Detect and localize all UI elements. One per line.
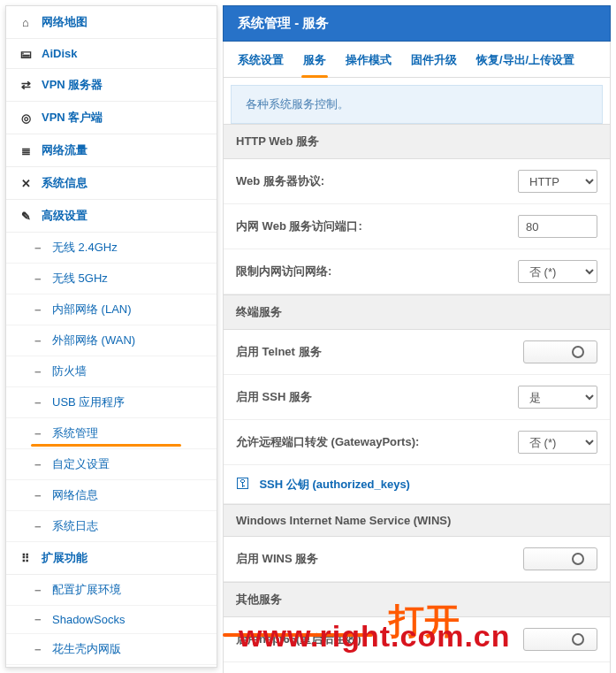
nav-label: VPN 服务器	[42, 77, 103, 93]
subnav-label: 配置扩展环境	[52, 582, 121, 598]
tab-system-settings[interactable]: 系统设置	[238, 52, 284, 77]
home-icon: ⌂	[19, 16, 33, 29]
subnav-lan[interactable]: −内部网络 (LAN)	[6, 294, 217, 325]
subnav-wan[interactable]: −外部网络 (WAN)	[6, 325, 217, 356]
grid-icon: ⠿	[19, 552, 33, 565]
nav-traffic[interactable]: ≣ 网络流量	[6, 134, 217, 167]
nav-advanced[interactable]: ✎ 高级设置	[6, 200, 217, 233]
field-label: 启用napt66(重启后生效)	[236, 631, 523, 647]
link-ssh-keys[interactable]: SSH 公钥 (authorized_keys)	[259, 478, 410, 491]
toggle-napt66[interactable]	[523, 628, 597, 651]
minus-icon: −	[34, 396, 43, 409]
field-label: Web 服务器协议:	[236, 173, 518, 189]
wrench-icon: ✎	[19, 210, 33, 223]
subnav-label: 无线 5GHz	[52, 271, 108, 287]
subnav-label: ShadowSocks	[52, 613, 125, 626]
swap-icon: ⇄	[19, 79, 33, 92]
section-http-head: HTTP Web 服务	[224, 124, 610, 159]
row-wins: 启用 WINS 服务	[224, 537, 610, 582]
select-web-protocol[interactable]: HTTP	[518, 170, 597, 193]
toggle-wins[interactable]	[523, 547, 597, 570]
minus-icon: −	[34, 365, 43, 379]
content-area: 各种系统服务控制。 HTTP Web 服务 Web 服务器协议: HTTP 内网…	[223, 78, 611, 673]
minus-icon: −	[34, 584, 43, 597]
subnav-label: 防火墙	[52, 363, 87, 379]
nav-label: VPN 客户端	[42, 110, 103, 126]
subnav-custom[interactable]: −自定义设置	[6, 449, 217, 480]
select-restrict-lan[interactable]: 否 (*)	[518, 260, 597, 283]
subnav-oray[interactable]: −花生壳内网版	[6, 634, 217, 665]
row-ssh: 启用 SSH 服务 是	[224, 375, 610, 420]
subnav-label: 系统日志	[52, 518, 98, 534]
subnav-sysmanage[interactable]: −系统管理	[6, 418, 217, 449]
page-title: 系统管理 - 服务	[223, 5, 611, 42]
nav-vpn-client[interactable]: ◎ VPN 客户端	[6, 102, 217, 134]
row-web-port: 内网 Web 服务访问端口:	[224, 204, 610, 249]
field-label: 限制内网访问网络:	[236, 264, 518, 279]
disk-icon: 🖴	[19, 47, 33, 60]
tab-firmware[interactable]: 固件升级	[411, 52, 457, 77]
tab-services[interactable]: 服务	[303, 52, 326, 77]
row-napt66: 启用napt66(重启后生效)	[224, 617, 610, 662]
field-label: 启用 WINS 服务	[236, 551, 523, 567]
select-gatewayports[interactable]: 否 (*)	[518, 431, 597, 454]
toggle-knob-icon	[572, 633, 584, 646]
nav-network-map[interactable]: ⌂ 网络地图	[6, 6, 217, 39]
toggle-knob-icon	[572, 346, 584, 358]
minus-icon: −	[34, 241, 43, 255]
main-panel: 系统管理 - 服务 系统设置 服务 操作模式 固件升级 恢复/导出/上传设置 各…	[223, 5, 611, 668]
shuffle-icon: ✕	[19, 177, 33, 190]
minus-icon: −	[34, 613, 43, 626]
minus-icon: −	[34, 458, 43, 471]
select-ssh[interactable]: 是	[518, 386, 597, 409]
nav-aidisk[interactable]: 🖴 AiDisk	[6, 39, 217, 69]
subnav-usb[interactable]: −USB 应用程序	[6, 387, 217, 418]
tab-op-mode[interactable]: 操作模式	[346, 52, 392, 77]
row-ssh-keys: ⚿ SSH 公钥 (authorized_keys)	[224, 465, 610, 504]
minus-icon: −	[34, 427, 43, 440]
row-telnet: 启用 Telnet 服务	[224, 330, 610, 375]
row-gatewayports: 允许远程端口转发 (GatewayPorts): 否 (*)	[224, 420, 610, 465]
minus-icon: −	[34, 520, 43, 533]
subnav-ext-env[interactable]: −配置扩展环境	[6, 575, 217, 606]
nav-vpn-server[interactable]: ⇄ VPN 服务器	[6, 69, 217, 102]
nav-label: 网络流量	[42, 142, 87, 158]
subnav-label: USB 应用程序	[52, 394, 125, 410]
subnav-label: 无线 2.4GHz	[52, 240, 118, 256]
subnav-netinfo[interactable]: −网络信息	[6, 480, 217, 511]
subnav-label: 系统管理	[52, 425, 98, 441]
subnav-label: 外部网络 (WAN)	[52, 333, 135, 348]
subnav-syslog[interactable]: −系统日志	[6, 511, 217, 542]
toggle-telnet[interactable]	[523, 340, 597, 363]
key-icon: ⚿	[236, 476, 250, 491]
subnav-wifi24[interactable]: −无线 2.4GHz	[6, 233, 217, 264]
subnav-wifi5[interactable]: −无线 5GHz	[6, 264, 217, 294]
subnav-label: 自定义设置	[52, 456, 110, 472]
input-web-port[interactable]	[518, 215, 597, 238]
subnav-label: 网络信息	[52, 487, 98, 503]
section-wins-head: Windows Internet Name Service (WINS)	[224, 504, 610, 537]
field-label: 启用 SSH 服务	[236, 389, 518, 405]
sidebar: ⌂ 网络地图 🖴 AiDisk ⇄ VPN 服务器 ◎ VPN 客户端 ≣ 网络…	[5, 5, 217, 668]
subnav-shadowsocks[interactable]: −ShadowSocks	[6, 606, 217, 634]
tab-backup[interactable]: 恢复/导出/上传设置	[476, 52, 574, 77]
section-terminal-head: 终端服务	[224, 294, 610, 330]
section-other-head: 其他服务	[224, 582, 610, 617]
row-web-protocol: Web 服务器协议: HTTP	[224, 159, 610, 204]
minus-icon: −	[34, 303, 43, 317]
info-banner: 各种系统服务控制。	[231, 85, 603, 124]
minus-icon: −	[34, 643, 43, 656]
bars-icon: ≣	[19, 144, 33, 157]
toggle-knob-icon	[572, 553, 584, 565]
field-label: 内网 Web 服务访问端口:	[236, 218, 518, 234]
field-label: 启用 Telnet 服务	[236, 344, 523, 360]
minus-icon: −	[34, 489, 43, 502]
nav-extensions[interactable]: ⠿ 扩展功能	[6, 542, 217, 575]
subnav-firewall[interactable]: −防火墙	[6, 356, 217, 387]
subnav-adblock[interactable]: −广告屏蔽功能	[6, 665, 217, 668]
nav-label: 高级设置	[42, 208, 87, 224]
nav-sysinfo[interactable]: ✕ 系统信息	[6, 167, 217, 200]
row-restrict-lan: 限制内网访问网络: 否 (*)	[224, 249, 610, 294]
tab-bar: 系统设置 服务 操作模式 固件升级 恢复/导出/上传设置	[223, 42, 611, 78]
nav-label: 扩展功能	[42, 550, 87, 566]
